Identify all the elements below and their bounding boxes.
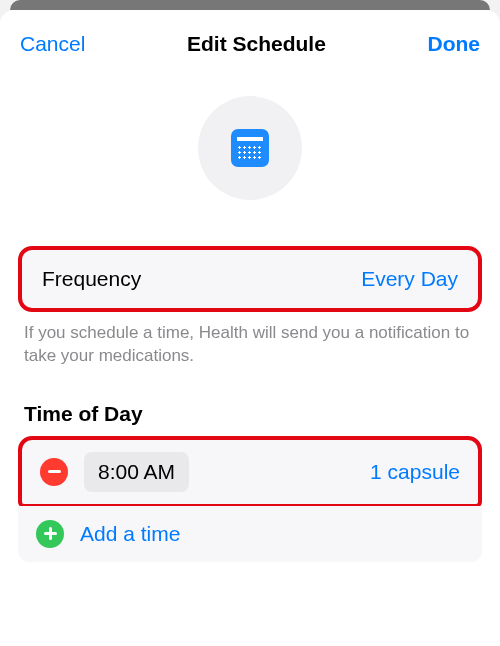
time-value[interactable]: 8:00 AM <box>84 452 189 492</box>
time-row[interactable]: 8:00 AM 1 capsule <box>18 436 482 508</box>
frequency-value: Every Day <box>361 267 458 291</box>
page-title: Edit Schedule <box>187 32 326 56</box>
frequency-row[interactable]: Frequency Every Day <box>18 246 482 312</box>
nav-bar: Cancel Edit Schedule Done <box>0 18 500 70</box>
frequency-hint: If you schedule a time, Health will send… <box>0 312 500 368</box>
done-button[interactable]: Done <box>427 32 480 56</box>
dose-value[interactable]: 1 capsule <box>370 460 460 484</box>
header-icon-circle <box>198 96 302 200</box>
add-time-row[interactable]: Add a time <box>18 506 482 562</box>
header-icon-row <box>0 70 500 246</box>
calendar-icon <box>231 129 269 167</box>
edit-schedule-sheet: Cancel Edit Schedule Done Frequency Ever… <box>0 10 500 646</box>
cancel-button[interactable]: Cancel <box>20 32 85 56</box>
time-of-day-title: Time of Day <box>0 368 500 436</box>
frequency-label: Frequency <box>42 267 141 291</box>
add-time-label: Add a time <box>80 522 180 546</box>
add-time-icon[interactable] <box>36 520 64 548</box>
remove-time-icon[interactable] <box>40 458 68 486</box>
